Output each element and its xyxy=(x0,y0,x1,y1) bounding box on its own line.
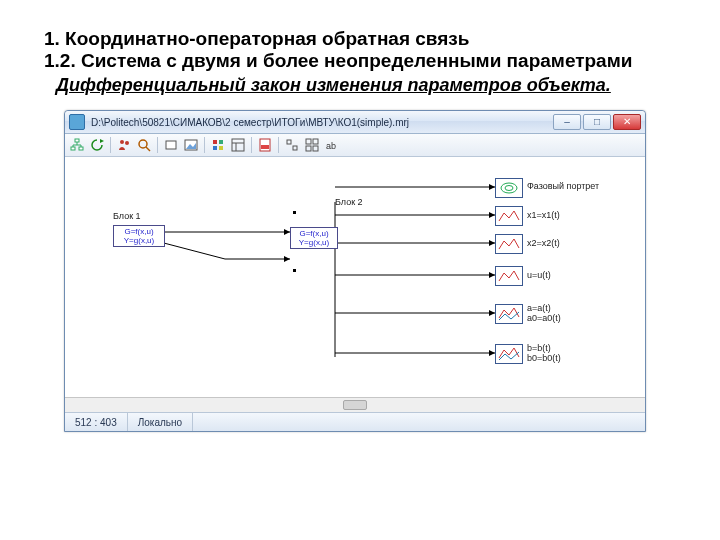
block2[interactable]: G=f(x,u) Y=g(x,u) xyxy=(290,227,338,249)
block2-line1: G=f(x,u) xyxy=(299,229,328,238)
out-label-5: b=b(t)b0=b0(t) xyxy=(527,343,561,363)
toolbar-image-icon[interactable] xyxy=(182,136,200,154)
svg-rect-2 xyxy=(79,147,83,150)
node-dot xyxy=(293,211,296,214)
block1[interactable]: G=f(x,u) Y=g(x,u) xyxy=(113,225,165,247)
node-dot xyxy=(293,269,296,272)
svg-rect-25 xyxy=(313,146,318,151)
out-label-0: Фазовый портрет xyxy=(527,181,599,191)
toolbar-pdf-icon[interactable] xyxy=(256,136,274,154)
svg-rect-24 xyxy=(306,146,311,151)
svg-marker-28 xyxy=(284,256,290,262)
svg-rect-22 xyxy=(306,139,311,144)
block2-line2: Y=g(x,u) xyxy=(299,238,329,247)
status-mode: Локально xyxy=(128,413,193,431)
toolbar: ab xyxy=(65,134,645,157)
svg-rect-12 xyxy=(219,140,223,144)
out-label-2: x2=x2(t) xyxy=(527,238,560,248)
toolbar-layout-icon[interactable] xyxy=(229,136,247,154)
toolbar-grid-icon[interactable] xyxy=(303,136,321,154)
out-label-3: u=u(t) xyxy=(527,270,551,280)
block1-line2: Y=g(x,u) xyxy=(124,236,154,245)
svg-rect-14 xyxy=(219,146,223,150)
svg-rect-15 xyxy=(232,139,244,151)
toolbar-hierarchy-icon[interactable] xyxy=(68,136,86,154)
svg-line-7 xyxy=(146,147,150,151)
svg-marker-3 xyxy=(100,139,104,143)
canvas-scrollbar[interactable] xyxy=(65,397,645,412)
toolbar-people-icon[interactable] xyxy=(115,136,133,154)
svg-rect-0 xyxy=(75,139,79,142)
svg-point-6 xyxy=(139,140,147,148)
out-label-4: a=a(t)a0=a0(t) xyxy=(527,303,561,323)
subtitle: Дифференциальный закон изменения парамет… xyxy=(56,75,676,96)
status-bar: 512 : 403 Локально xyxy=(65,412,645,431)
svg-rect-19 xyxy=(261,145,269,149)
toolbar-search-icon[interactable] xyxy=(135,136,153,154)
status-size: 512 : 403 xyxy=(65,413,128,431)
heading-2: 1.2. Система с двумя и более неопределен… xyxy=(44,50,676,72)
maximize-button[interactable]: □ xyxy=(583,114,611,130)
phase-plot-icon[interactable] xyxy=(495,178,523,198)
toolbar-ab-icon[interactable]: ab xyxy=(323,136,341,154)
svg-point-36 xyxy=(505,186,513,191)
svg-rect-23 xyxy=(313,139,318,144)
title-bar: D:\Politech\50821\СИМАКОВ\2 семестр\ИТОГ… xyxy=(65,111,645,134)
svg-rect-21 xyxy=(293,146,297,150)
toolbar-refresh-icon[interactable] xyxy=(88,136,106,154)
diagram-canvas[interactable]: Блок 1 G=f(x,u) Y=g(x,u) Блок 2 G=f(x,u)… xyxy=(65,157,645,397)
svg-rect-13 xyxy=(213,146,217,150)
toolbar-levels-icon[interactable] xyxy=(209,136,227,154)
svg-rect-20 xyxy=(287,140,291,144)
svg-point-5 xyxy=(125,141,129,145)
graph-icon[interactable] xyxy=(495,344,523,364)
block1-label: Блок 1 xyxy=(113,211,141,221)
graph-icon[interactable] xyxy=(495,234,523,254)
window-title: D:\Politech\50821\СИМАКОВ\2 семестр\ИТОГ… xyxy=(91,117,553,128)
out-label-1: x1=x1(t) xyxy=(527,210,560,220)
app-icon xyxy=(69,114,85,130)
svg-point-4 xyxy=(120,140,124,144)
svg-rect-8 xyxy=(166,141,176,149)
close-button[interactable]: ✕ xyxy=(613,114,641,130)
graph-icon[interactable] xyxy=(495,304,523,324)
scrollbar-thumb[interactable] xyxy=(343,400,367,410)
toolbar-align-icon[interactable] xyxy=(283,136,301,154)
block1-line1: G=f(x,u) xyxy=(124,227,153,236)
graph-icon[interactable] xyxy=(495,206,523,226)
svg-text:ab: ab xyxy=(326,141,336,151)
graph-icon[interactable] xyxy=(495,266,523,286)
toolbar-rect-icon[interactable] xyxy=(162,136,180,154)
minimize-button[interactable]: – xyxy=(553,114,581,130)
svg-rect-11 xyxy=(213,140,217,144)
heading-1: 1. Координатно-операторная обратная связ… xyxy=(44,28,676,50)
app-window: D:\Politech\50821\СИМАКОВ\2 семестр\ИТОГ… xyxy=(64,110,646,432)
svg-point-35 xyxy=(501,183,517,193)
block2-label: Блок 2 xyxy=(335,197,363,207)
svg-rect-1 xyxy=(71,147,75,150)
